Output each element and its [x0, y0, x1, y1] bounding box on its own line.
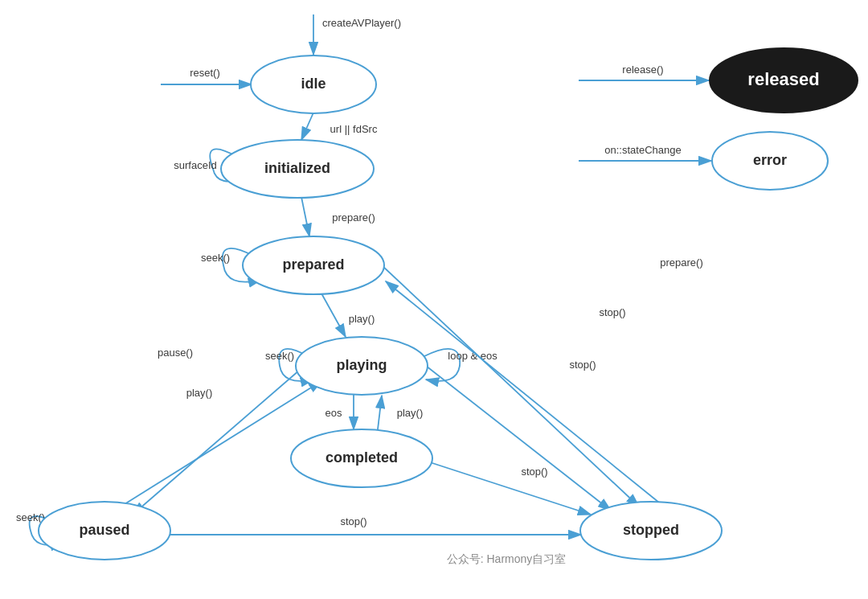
arrow-stop-completed [430, 462, 591, 515]
state-idle-label: idle [301, 76, 326, 92]
label-seek-prepared: seek() [201, 252, 230, 264]
state-completed-label: completed [326, 449, 398, 466]
arrow-stop-playing [426, 366, 611, 511]
label-prepare1: prepare() [332, 211, 375, 224]
label-create: createAVPlayer() [322, 17, 401, 29]
state-initialized-label: initialized [264, 160, 330, 176]
arrow-play1 [321, 293, 346, 337]
state-paused-label: paused [79, 522, 129, 538]
state-stopped-label: stopped [623, 522, 679, 538]
arrow-play-from-completed [378, 396, 382, 429]
arrow-prepare1 [301, 197, 309, 236]
label-stop-paused: stop() [340, 515, 366, 527]
label-release: release() [622, 64, 663, 76]
state-released-label: released [747, 69, 819, 89]
state-prepared-label: prepared [282, 256, 344, 273]
state-playing-label: playing [336, 357, 387, 373]
label-stop-prepared: stop() [599, 306, 625, 318]
arrow-play-from-paused [125, 381, 321, 504]
label-play2: play() [397, 407, 424, 419]
label-pause: pause() [158, 347, 193, 359]
label-stop-completed: stop() [521, 466, 547, 478]
state-error-label: error [753, 152, 787, 168]
label-play1: play() [349, 313, 375, 325]
label-stop-playing: stop() [569, 359, 596, 371]
label-prepare2: prepare() [660, 256, 702, 269]
label-seek-playing: seek() [265, 350, 294, 362]
label-url: url || fdSrc [330, 123, 378, 135]
arrow-url [301, 113, 313, 140]
label-statechange: on::stateChange [604, 144, 681, 156]
label-surfaceid: surfaceId [174, 159, 216, 171]
label-reset: reset() [190, 67, 220, 79]
arrow-pause [133, 370, 300, 515]
watermark: 公众号: Harmony自习室 [447, 552, 567, 565]
label-play3: play() [186, 387, 213, 399]
label-eos: eos [326, 407, 342, 419]
